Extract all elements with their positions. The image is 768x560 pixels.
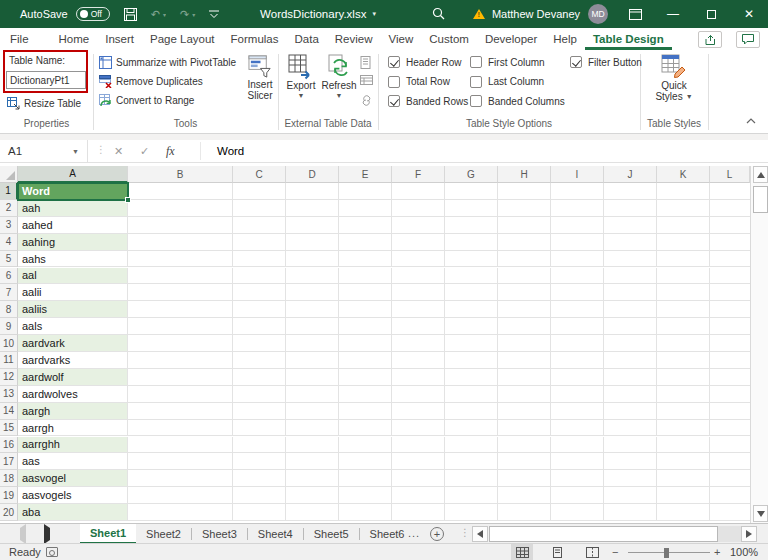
- fill-handle[interactable]: [125, 197, 131, 203]
- vertical-scrollbar-thumb[interactable]: [753, 186, 768, 213]
- tab-file[interactable]: File: [2, 28, 37, 50]
- cell-b14[interactable]: [128, 403, 233, 420]
- formula-input[interactable]: Word: [217, 140, 244, 162]
- normal-view-button[interactable]: [511, 544, 533, 560]
- row-header-4[interactable]: 4: [0, 234, 18, 251]
- cell-b1[interactable]: [128, 183, 233, 200]
- minimize-button[interactable]: —: [654, 0, 692, 28]
- cell-a18[interactable]: aasvogel: [18, 470, 128, 487]
- cell-a16[interactable]: aarrghh: [18, 437, 128, 454]
- row-header-14[interactable]: 14: [0, 403, 18, 420]
- scroll-up-button[interactable]: [753, 166, 768, 183]
- hscroll-right-button[interactable]: [741, 526, 757, 542]
- cell-b12[interactable]: [128, 369, 233, 386]
- cell-a13[interactable]: aardwolves: [18, 386, 128, 403]
- document-title[interactable]: WordsDictionary.xlsx: [260, 8, 366, 20]
- sheet-tab-sheet2[interactable]: Sheet2: [136, 524, 191, 544]
- tab-custom[interactable]: Custom: [421, 28, 477, 50]
- row-header-2[interactable]: 2: [0, 200, 18, 217]
- row-15-cells[interactable]: [233, 420, 750, 437]
- row-4-cells[interactable]: [233, 234, 750, 251]
- checkbox-banded-columns[interactable]: Banded Columns: [470, 95, 565, 107]
- column-header-g[interactable]: G: [445, 166, 498, 183]
- column-header-f[interactable]: F: [392, 166, 445, 183]
- cell-a15[interactable]: aarrgh: [18, 420, 128, 437]
- checkbox-box[interactable]: [470, 76, 482, 88]
- row-5-cells[interactable]: [233, 251, 750, 268]
- sheet-tab-sheet3[interactable]: Sheet3: [192, 524, 247, 544]
- search-icon[interactable]: [432, 7, 445, 22]
- cell-b16[interactable]: [128, 437, 233, 454]
- cell-b6[interactable]: [128, 268, 233, 285]
- undo-icon[interactable]: ↶▾: [151, 8, 166, 21]
- checkbox-box[interactable]: [388, 56, 400, 68]
- cell-b15[interactable]: [128, 420, 233, 437]
- cell-b20[interactable]: [128, 504, 233, 521]
- checkbox-filter-button[interactable]: Filter Button: [570, 56, 642, 68]
- unlink-icon[interactable]: [360, 94, 373, 109]
- row-6-cells[interactable]: [233, 268, 750, 285]
- cell-b8[interactable]: [128, 301, 233, 318]
- cell-a5[interactable]: aahs: [18, 251, 128, 268]
- column-header-b[interactable]: B: [128, 166, 233, 183]
- tab-review[interactable]: Review: [327, 28, 381, 50]
- row-11-cells[interactable]: [233, 352, 750, 369]
- column-header-a[interactable]: A: [18, 166, 128, 183]
- cell-a6[interactable]: aal: [18, 268, 128, 285]
- table-properties-icon[interactable]: [360, 56, 373, 71]
- checkbox-box[interactable]: [388, 95, 400, 107]
- cell-b19[interactable]: [128, 487, 233, 504]
- name-box[interactable]: A1 ▼: [0, 140, 88, 162]
- cell-a20[interactable]: aba: [18, 504, 128, 521]
- checkbox-banded-rows[interactable]: Banded Rows: [388, 95, 468, 107]
- horizontal-scrollbar-track[interactable]: [718, 526, 741, 542]
- row-header-5[interactable]: 5: [0, 251, 18, 268]
- convert-to-range-button[interactable]: Convert to Range: [99, 94, 194, 107]
- avatar[interactable]: MD: [588, 4, 608, 24]
- collapse-ribbon-icon[interactable]: [746, 116, 756, 126]
- column-header-i[interactable]: I: [551, 166, 604, 183]
- row-14-cells[interactable]: [233, 403, 750, 420]
- row-20-cells[interactable]: [233, 504, 750, 521]
- macro-record-icon[interactable]: [46, 547, 58, 557]
- tab-help[interactable]: Help: [545, 28, 585, 50]
- refresh-button[interactable]: Refresh ▼: [320, 54, 358, 99]
- summarize-with-pivottable-button[interactable]: Summarize with PivotTable: [99, 56, 236, 69]
- tab-page-layout[interactable]: Page Layout: [142, 28, 223, 50]
- row-header-17[interactable]: 17: [0, 453, 18, 470]
- zoom-percentage[interactable]: 100%: [730, 546, 758, 558]
- cell-a10[interactable]: aardvark: [18, 335, 128, 352]
- row-header-18[interactable]: 18: [0, 470, 18, 487]
- checkbox-box[interactable]: [388, 76, 400, 88]
- row-16-cells[interactable]: [233, 437, 750, 454]
- open-in-browser-icon[interactable]: [360, 75, 373, 90]
- row-header-11[interactable]: 11: [0, 352, 18, 369]
- row-17-cells[interactable]: [233, 453, 750, 470]
- redo-icon[interactable]: ↷▾: [180, 8, 195, 21]
- enter-icon[interactable]: ✓: [140, 140, 149, 162]
- ribbon-display-options-icon[interactable]: [616, 0, 654, 28]
- cell-a17[interactable]: aas: [18, 453, 128, 470]
- row-header-1[interactable]: 1: [0, 183, 18, 200]
- checkbox-total-row[interactable]: Total Row: [388, 76, 450, 88]
- more-sheets-indicator[interactable]: ...: [408, 527, 420, 539]
- customize-quick-access-icon[interactable]: [209, 10, 219, 19]
- cell-a14[interactable]: aargh: [18, 403, 128, 420]
- new-sheet-button[interactable]: +: [430, 527, 444, 541]
- checkbox-box[interactable]: [570, 56, 582, 68]
- cell-b18[interactable]: [128, 470, 233, 487]
- row-2-cells[interactable]: [233, 200, 750, 217]
- checkbox-header-row[interactable]: Header Row: [388, 56, 462, 68]
- horizontal-scrollbar-thumb[interactable]: [489, 526, 718, 542]
- name-box-caret-icon[interactable]: ▼: [72, 148, 79, 155]
- row-header-12[interactable]: 12: [0, 369, 18, 386]
- cell-b11[interactable]: [128, 352, 233, 369]
- cancel-icon[interactable]: ✕: [114, 140, 123, 162]
- tab-insert[interactable]: Insert: [97, 28, 142, 50]
- sheet-tab-sheet6[interactable]: Sheet6: [360, 524, 415, 544]
- row-18-cells[interactable]: [233, 470, 750, 487]
- tab-home[interactable]: Home: [51, 28, 98, 50]
- comments-button[interactable]: [736, 31, 760, 48]
- insert-slicer-button[interactable]: Insert Slicer: [240, 54, 280, 101]
- zoom-slider-thumb[interactable]: [664, 548, 669, 558]
